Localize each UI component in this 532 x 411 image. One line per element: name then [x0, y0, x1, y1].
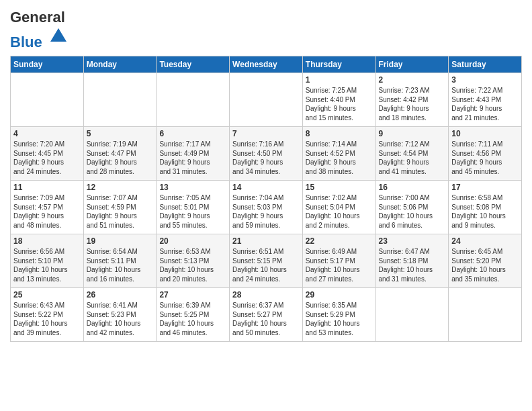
- calendar-cell: 23Sunrise: 6:47 AM Sunset: 5:18 PM Dayli…: [375, 234, 449, 288]
- calendar-cell: 19Sunrise: 6:54 AM Sunset: 5:11 PM Dayli…: [83, 234, 157, 288]
- cell-content: Sunrise: 7:09 AM Sunset: 4:57 PM Dayligh…: [13, 193, 81, 230]
- cell-content: Sunrise: 7:22 AM Sunset: 4:43 PM Dayligh…: [451, 86, 519, 122]
- weekday-header-friday: Friday: [375, 56, 449, 73]
- day-number: 13: [159, 183, 226, 192]
- cell-content: Sunrise: 7:19 AM Sunset: 4:47 PM Dayligh…: [87, 140, 154, 176]
- calendar-cell: 12Sunrise: 7:07 AM Sunset: 4:59 PM Dayli…: [83, 181, 157, 234]
- day-number: 7: [232, 129, 300, 138]
- day-number: 26: [87, 290, 154, 300]
- cell-content: Sunrise: 7:05 AM Sunset: 5:01 PM Dayligh…: [159, 193, 226, 230]
- cell-content: Sunrise: 6:41 AM Sunset: 5:23 PM Dayligh…: [87, 301, 154, 337]
- cell-content: Sunrise: 7:07 AM Sunset: 4:59 PM Dayligh…: [87, 193, 154, 230]
- calendar-cell: 14Sunrise: 7:04 AM Sunset: 5:03 PM Dayli…: [230, 181, 303, 234]
- day-number: 1: [306, 75, 373, 85]
- cell-content: Sunrise: 7:16 AM Sunset: 4:50 PM Dayligh…: [232, 140, 300, 176]
- cell-content: Sunrise: 7:17 AM Sunset: 4:49 PM Dayligh…: [159, 140, 226, 176]
- calendar-cell: 17Sunrise: 6:58 AM Sunset: 5:08 PM Dayli…: [449, 181, 522, 234]
- weekday-header-monday: Monday: [83, 56, 157, 73]
- logo-icon: [48, 26, 69, 47]
- calendar-cell: 5Sunrise: 7:19 AM Sunset: 4:47 PM Daylig…: [83, 127, 157, 181]
- day-number: 3: [451, 75, 519, 85]
- weekday-header-tuesday: Tuesday: [157, 56, 230, 73]
- cell-content: Sunrise: 6:53 AM Sunset: 5:13 PM Dayligh…: [159, 247, 226, 283]
- calendar-cell: 3Sunrise: 7:22 AM Sunset: 4:43 PM Daylig…: [449, 73, 522, 127]
- day-number: 29: [306, 290, 373, 300]
- day-number: 28: [232, 290, 300, 300]
- calendar-cell: 9Sunrise: 7:12 AM Sunset: 4:54 PM Daylig…: [375, 127, 449, 181]
- day-number: 10: [451, 129, 519, 138]
- cell-content: Sunrise: 7:23 AM Sunset: 4:42 PM Dayligh…: [379, 86, 446, 122]
- calendar-table: SundayMondayTuesdayWednesdayThursdayFrid…: [10, 56, 522, 342]
- calendar-cell: [11, 73, 84, 127]
- calendar-cell: 13Sunrise: 7:05 AM Sunset: 5:01 PM Dayli…: [157, 181, 230, 234]
- cell-content: Sunrise: 7:12 AM Sunset: 4:54 PM Dayligh…: [379, 140, 446, 176]
- day-number: 6: [159, 129, 226, 138]
- calendar-cell: 26Sunrise: 6:41 AM Sunset: 5:23 PM Dayli…: [83, 288, 157, 342]
- day-number: 2: [379, 75, 446, 85]
- calendar-cell: [157, 73, 230, 127]
- day-number: 24: [451, 236, 519, 246]
- calendar-cell: 29Sunrise: 6:35 AM Sunset: 5:29 PM Dayli…: [302, 288, 375, 342]
- cell-content: Sunrise: 7:00 AM Sunset: 5:06 PM Dayligh…: [379, 193, 446, 230]
- day-number: 14: [232, 183, 300, 192]
- cell-content: Sunrise: 6:49 AM Sunset: 5:17 PM Dayligh…: [306, 247, 373, 283]
- calendar-cell: 10Sunrise: 7:11 AM Sunset: 4:56 PM Dayli…: [449, 127, 522, 181]
- day-number: 27: [159, 290, 226, 300]
- calendar-cell: 7Sunrise: 7:16 AM Sunset: 4:50 PM Daylig…: [230, 127, 303, 181]
- calendar-cell: 1Sunrise: 7:25 AM Sunset: 4:40 PM Daylig…: [302, 73, 375, 127]
- cell-content: Sunrise: 7:25 AM Sunset: 4:40 PM Dayligh…: [306, 86, 373, 122]
- calendar-cell: 27Sunrise: 6:39 AM Sunset: 5:25 PM Dayli…: [157, 288, 230, 342]
- calendar-cell: 25Sunrise: 6:43 AM Sunset: 5:22 PM Dayli…: [11, 288, 84, 342]
- cell-content: Sunrise: 6:58 AM Sunset: 5:08 PM Dayligh…: [451, 193, 519, 230]
- cell-content: Sunrise: 6:56 AM Sunset: 5:10 PM Dayligh…: [13, 247, 81, 283]
- day-number: 9: [379, 129, 446, 138]
- day-number: 21: [232, 236, 300, 246]
- day-number: 23: [379, 236, 446, 246]
- calendar-cell: 2Sunrise: 7:23 AM Sunset: 4:42 PM Daylig…: [375, 73, 449, 127]
- calendar-cell: [375, 288, 449, 342]
- calendar-cell: 8Sunrise: 7:14 AM Sunset: 4:52 PM Daylig…: [302, 127, 375, 181]
- cell-content: Sunrise: 6:39 AM Sunset: 5:25 PM Dayligh…: [159, 301, 226, 337]
- cell-content: Sunrise: 6:35 AM Sunset: 5:29 PM Dayligh…: [306, 301, 373, 337]
- cell-content: Sunrise: 6:51 AM Sunset: 5:15 PM Dayligh…: [232, 247, 300, 283]
- cell-content: Sunrise: 7:04 AM Sunset: 5:03 PM Dayligh…: [232, 193, 300, 230]
- calendar-cell: [449, 288, 522, 342]
- day-number: 15: [306, 183, 373, 192]
- calendar-cell: 16Sunrise: 7:00 AM Sunset: 5:06 PM Dayli…: [375, 181, 449, 234]
- calendar-cell: 4Sunrise: 7:20 AM Sunset: 4:45 PM Daylig…: [11, 127, 84, 181]
- calendar-cell: 21Sunrise: 6:51 AM Sunset: 5:15 PM Dayli…: [230, 234, 303, 288]
- day-number: 22: [306, 236, 373, 246]
- svg-marker-0: [50, 28, 66, 42]
- logo: General Blue: [10, 9, 69, 50]
- day-number: 25: [13, 290, 81, 300]
- day-number: 12: [87, 183, 154, 192]
- page-header: General Blue: [10, 7, 522, 50]
- day-number: 20: [159, 236, 226, 246]
- cell-content: Sunrise: 7:11 AM Sunset: 4:56 PM Dayligh…: [451, 140, 519, 176]
- calendar-cell: 28Sunrise: 6:37 AM Sunset: 5:27 PM Dayli…: [230, 288, 303, 342]
- calendar-cell: 11Sunrise: 7:09 AM Sunset: 4:57 PM Dayli…: [11, 181, 84, 234]
- weekday-header-thursday: Thursday: [302, 56, 375, 73]
- cell-content: Sunrise: 6:45 AM Sunset: 5:20 PM Dayligh…: [451, 247, 519, 283]
- day-number: 18: [13, 236, 81, 246]
- calendar-cell: 18Sunrise: 6:56 AM Sunset: 5:10 PM Dayli…: [11, 234, 84, 288]
- logo-blue-text: Blue: [10, 34, 42, 50]
- day-number: 5: [87, 129, 154, 138]
- day-number: 17: [451, 183, 519, 192]
- day-number: 16: [379, 183, 446, 192]
- cell-content: Sunrise: 7:14 AM Sunset: 4:52 PM Dayligh…: [306, 140, 373, 176]
- weekday-header-wednesday: Wednesday: [230, 56, 303, 73]
- day-number: 19: [87, 236, 154, 246]
- cell-content: Sunrise: 6:54 AM Sunset: 5:11 PM Dayligh…: [87, 247, 154, 283]
- calendar-cell: 22Sunrise: 6:49 AM Sunset: 5:17 PM Dayli…: [302, 234, 375, 288]
- cell-content: Sunrise: 7:02 AM Sunset: 5:04 PM Dayligh…: [306, 193, 373, 230]
- day-number: 11: [13, 183, 81, 192]
- weekday-header-saturday: Saturday: [449, 56, 522, 73]
- calendar-cell: [230, 73, 303, 127]
- calendar-cell: 24Sunrise: 6:45 AM Sunset: 5:20 PM Dayli…: [449, 234, 522, 288]
- logo-general-text: General: [10, 9, 65, 26]
- calendar-cell: 20Sunrise: 6:53 AM Sunset: 5:13 PM Dayli…: [157, 234, 230, 288]
- cell-content: Sunrise: 6:37 AM Sunset: 5:27 PM Dayligh…: [232, 301, 300, 337]
- day-number: 4: [13, 129, 81, 138]
- cell-content: Sunrise: 6:43 AM Sunset: 5:22 PM Dayligh…: [13, 301, 81, 337]
